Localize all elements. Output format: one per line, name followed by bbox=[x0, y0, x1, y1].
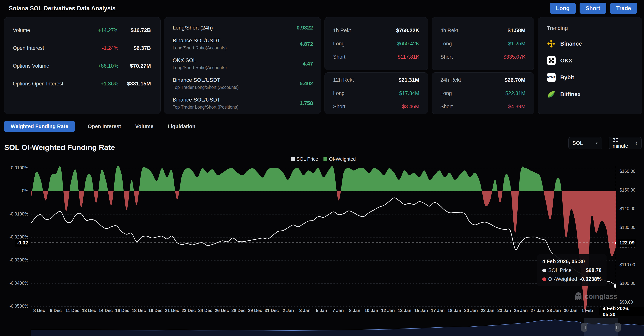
stat-row-options-volume: Options Volume +86.10% $70.27M bbox=[13, 63, 151, 69]
y-axis-left-tick: -0.0100% bbox=[2, 212, 28, 217]
long-button[interactable]: Long bbox=[550, 3, 576, 14]
tooltip-time: 4 Feb 2026, 05:30 bbox=[542, 259, 602, 265]
rekt-title: 4h Rekt bbox=[440, 28, 458, 34]
trending-item-bitfinex[interactable]: Bitfinex bbox=[547, 90, 634, 99]
legend-label: SOL Price bbox=[296, 156, 318, 162]
stat-change: -1.24% bbox=[90, 45, 118, 51]
ratio-title: Binance SOL/USDT bbox=[173, 38, 300, 44]
x-axis-tick: 1 Feb bbox=[582, 308, 593, 313]
navigator-selection[interactable] bbox=[584, 318, 618, 336]
app-header: Solana SOL Derivatives Data Analysis Lon… bbox=[0, 0, 644, 17]
rekt-total: $768.22K bbox=[396, 27, 419, 34]
stat-row-open-interest: Open Interest -1.24% $6.37B bbox=[13, 45, 151, 51]
legend-item[interactable]: SOL Price bbox=[291, 156, 318, 162]
rekt-short-value: $3.46M bbox=[402, 104, 419, 110]
x-axis-tick: 15 Jan bbox=[414, 308, 428, 313]
y-axis-right-tick: $110.00 bbox=[620, 262, 635, 267]
symbol-select-value: SOL bbox=[572, 140, 583, 146]
rekt-title: 1h Rekt bbox=[333, 28, 351, 34]
stat-row-volume: Volume +14.27% $16.72B bbox=[13, 27, 151, 33]
page-title: Solana SOL Derivatives Data Analysis bbox=[9, 5, 116, 12]
trending-item-binance[interactable]: Binance bbox=[547, 39, 634, 48]
x-axis-tick: 8 Jan bbox=[349, 308, 360, 313]
ratio-row: Long/Short (24h) 0.9822 bbox=[173, 25, 313, 31]
navigator-handle-left[interactable] bbox=[581, 323, 587, 331]
stat-label: Options Open Interest bbox=[13, 81, 90, 87]
tooltip-row-oi-weighted: OI-Weighted -0.0238% bbox=[542, 276, 602, 282]
ratio-row: Binance SOL/USDT Top Trader Long/Short (… bbox=[173, 97, 313, 110]
x-axis-tick: 29 Dec bbox=[248, 308, 262, 313]
rekt-short-value: $117.81K bbox=[398, 54, 419, 60]
ratio-value: 4.872 bbox=[300, 41, 313, 47]
chevron-down-icon: ▼ bbox=[595, 141, 598, 145]
trending-item-bybit[interactable]: BYBIT Bybit bbox=[547, 73, 634, 82]
x-axis-tick: 9 Dec bbox=[50, 308, 62, 313]
x-axis-tick: 3 Jan bbox=[299, 308, 310, 313]
trade-button[interactable]: Trade bbox=[610, 3, 637, 14]
tooltip-value: $98.78 bbox=[586, 267, 602, 273]
legend-item[interactable]: OI-Weighted bbox=[324, 156, 356, 162]
rekt-title: 24h Rekt bbox=[440, 77, 461, 83]
rekt-short-value: $335.07K bbox=[503, 54, 526, 60]
rekt-total: $26.70M bbox=[504, 77, 526, 83]
x-axis-tick: 31 Dec bbox=[265, 308, 279, 313]
ratio-value: 0.9822 bbox=[296, 25, 313, 31]
x-axis-tick: 26 Dec bbox=[215, 308, 229, 313]
trending-item-okx[interactable]: OKX bbox=[547, 56, 634, 65]
stat-row-options-open-interest: Options Open Interest +1.36% $331.15M bbox=[13, 81, 151, 87]
header-actions: Long Short Trade bbox=[550, 3, 637, 14]
stat-label: Options Volume bbox=[13, 63, 90, 69]
x-axis-tick: 24 Dec bbox=[198, 308, 212, 313]
stat-change: +1.36% bbox=[90, 81, 118, 87]
crosshair-right-badge: 122.09 bbox=[618, 239, 636, 247]
crosshair-time-badge: 4 Feb 2026, 05:30 bbox=[599, 307, 644, 316]
ratio-row: OKX SOL Long/Short Ratio(Accounts) 4.47 bbox=[173, 57, 313, 70]
tab-weighted-funding-rate[interactable]: Weighted Funding Rate bbox=[4, 121, 75, 132]
stat-change: +86.10% bbox=[90, 63, 118, 69]
tab-volume[interactable]: Volume bbox=[134, 123, 155, 129]
x-axis-tick: 12 Jan bbox=[381, 308, 395, 313]
stat-value: $70.27M bbox=[118, 63, 151, 69]
chart-tooltip: 4 Feb 2026, 05:30 SOL Price $98.78 OI-We… bbox=[537, 254, 606, 286]
tab-liquidation[interactable]: Liquidation bbox=[166, 123, 197, 129]
x-axis-tick: 18 Dec bbox=[132, 308, 146, 313]
ratio-title: Long/Short (24h) bbox=[173, 25, 296, 31]
okx-icon bbox=[547, 56, 556, 65]
rekt-long-label: Long bbox=[333, 90, 344, 96]
y-axis-right-tick: $130.00 bbox=[620, 225, 636, 230]
interval-select-value: 30 minute bbox=[613, 137, 633, 149]
chart-navigator[interactable] bbox=[30, 318, 644, 336]
rekt-long-value: $17.84M bbox=[399, 90, 419, 96]
tab-open-interest[interactable]: Open Interest bbox=[86, 123, 122, 129]
x-axis-tick: 25 Jan bbox=[514, 308, 528, 313]
x-axis-tick: 10 Jan bbox=[364, 308, 378, 313]
rekt-panel-24h: 24h Rekt$26.70M Long$22.31M Short$4.39M bbox=[432, 72, 534, 114]
y-axis-left-tick: -0.0300% bbox=[2, 257, 28, 263]
x-axis-tick: 14 Dec bbox=[98, 308, 112, 313]
x-axis-tick: 28 Dec bbox=[231, 308, 246, 313]
chart-legend: SOL PriceOI-Weighted bbox=[291, 156, 356, 162]
short-button[interactable]: Short bbox=[580, 3, 606, 14]
x-axis-tick: 13 Jan bbox=[398, 308, 412, 313]
navigator-handle-right[interactable] bbox=[615, 323, 621, 331]
interval-select[interactable]: 30 minute ▲▼ bbox=[609, 137, 642, 149]
funding-rate-chart[interactable] bbox=[30, 166, 616, 318]
ratio-subtitle: Top Trader Long/Short (Accounts) bbox=[173, 85, 300, 90]
stat-value: $331.15M bbox=[118, 81, 151, 87]
x-axis-tick: 5 Jan bbox=[316, 308, 327, 313]
tooltip-value: -0.0238% bbox=[579, 276, 602, 282]
rekt-short-label: Short bbox=[440, 104, 453, 110]
rekt-long-value: $22.31M bbox=[505, 90, 526, 96]
legend-swatch-icon bbox=[324, 157, 327, 161]
x-axis-tick: 13 Dec bbox=[82, 308, 96, 313]
stat-change: +14.27% bbox=[90, 27, 118, 33]
trending-item-label: OKX bbox=[560, 58, 572, 64]
binance-icon bbox=[547, 39, 556, 48]
symbol-select[interactable]: SOL ▼ bbox=[568, 137, 602, 149]
rekt-long-label: Long bbox=[440, 41, 452, 47]
y-axis-left-tick: 0.0100% bbox=[2, 165, 28, 171]
stat-label: Volume bbox=[13, 27, 90, 33]
trending-item-label: Binance bbox=[560, 41, 582, 47]
x-axis-tick: 18 Jan bbox=[448, 308, 461, 313]
sol-price-dot-icon bbox=[542, 269, 546, 272]
